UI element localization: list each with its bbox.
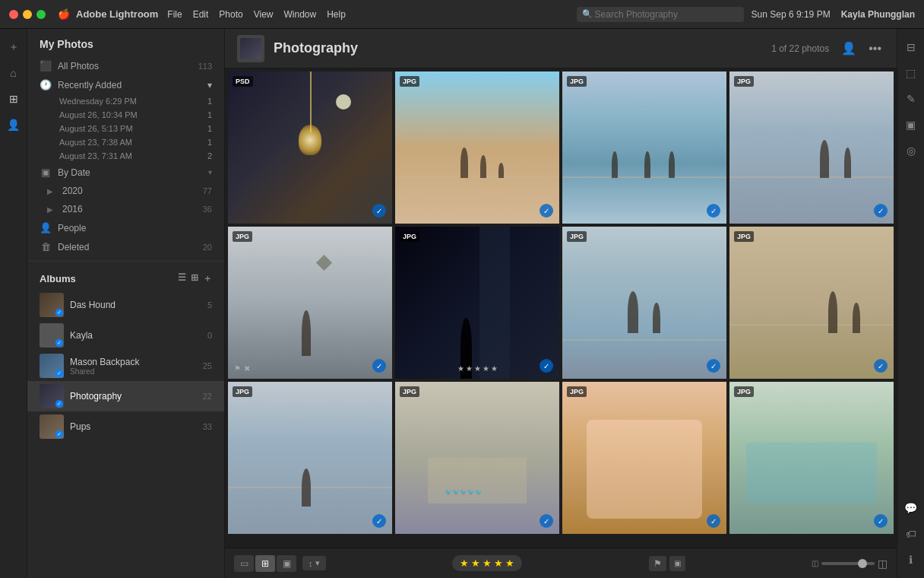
comment-icon[interactable]: 💬	[900, 497, 922, 519]
person-icon[interactable]: 👤	[3, 114, 24, 135]
album-badge: ✓	[55, 339, 63, 347]
album-badge: ✓	[55, 309, 63, 316]
more-options-button[interactable]: •••	[865, 39, 884, 59]
all-photos-count: 113	[198, 62, 212, 71]
titlebar-right: Sun Sep 6 9:19 PM Kayla Phungglan	[752, 9, 915, 20]
recent-item-0[interactable]: Wednesday 6:29 PM 1	[27, 94, 224, 108]
recent-item-4[interactable]: August 23, 7:31 AM 2	[27, 149, 224, 163]
by-date-2016[interactable]: ▶ 2016 36	[27, 200, 224, 218]
recently-added-label: Recently Added	[58, 80, 201, 91]
year-2020-count: 77	[203, 186, 212, 195]
photo-cell-9[interactable]: JPG ✓	[228, 382, 392, 534]
rating-star-3[interactable]: ★	[483, 557, 492, 569]
photo-cell-11[interactable]: JPG ✓	[562, 382, 726, 534]
fullscreen-button[interactable]	[36, 10, 46, 19]
photo-check-1: ✓	[372, 204, 386, 218]
healing-icon[interactable]: ✎	[900, 88, 922, 110]
by-date-2020[interactable]: ▶ 2020 77	[27, 182, 224, 200]
album-list-view[interactable]: ☰	[178, 272, 186, 285]
menu-file[interactable]: File	[167, 9, 182, 20]
album-pups[interactable]: ✓ Pups 33	[27, 411, 224, 442]
sidebar-item-all-photos[interactable]: ⬛ All Photos 113	[27, 56, 224, 75]
reject-icon: ✖	[244, 364, 250, 373]
view-single[interactable]: ▭	[234, 555, 254, 572]
sort-button[interactable]: ↕ ▾	[302, 556, 326, 570]
photo-content-3	[562, 71, 726, 224]
zoom-thumb	[858, 559, 867, 568]
by-date-chevron: ▾	[208, 168, 212, 176]
recent-item-2[interactable]: August 26, 5:13 PM 1	[27, 122, 224, 135]
home-icon[interactable]: ⌂	[3, 62, 24, 84]
rating-star-1[interactable]: ★	[460, 557, 469, 569]
photo-cell-1[interactable]: PSD ✓	[228, 71, 392, 224]
section-divider	[27, 261, 224, 262]
sidebar-item-people[interactable]: 👤 People	[27, 218, 224, 237]
photo-cell-4[interactable]: JPG ✓	[729, 71, 894, 224]
sidebar-item-by-date[interactable]: ▣ By Date ▾	[27, 163, 224, 182]
album-photography-name: Photography	[70, 391, 197, 402]
recent-item-0-label: Wednesday 6:29 PM	[59, 97, 137, 106]
album-grid-view[interactable]: ⊞	[191, 272, 198, 285]
info-icon[interactable]: ℹ	[900, 549, 922, 570]
content-topbar: Photography 1 of 22 photos 👤 •••	[225, 29, 897, 68]
menu-view[interactable]: View	[254, 9, 274, 20]
album-kayla[interactable]: ✓ Kayla 0	[27, 320, 224, 351]
recently-added-chevron: ▾	[207, 80, 212, 91]
view-square[interactable]: ▣	[277, 555, 296, 572]
photo-cell-7[interactable]: JPG ✓	[562, 227, 726, 379]
zoom-max-icon: ◫	[878, 557, 888, 570]
albums-title: Albums	[40, 273, 178, 284]
album-photography[interactable]: ✓ Photography 22	[27, 381, 224, 411]
menu-window[interactable]: Window	[284, 9, 317, 20]
mask-icon[interactable]: ▣	[900, 114, 922, 135]
menu-photo[interactable]: Photo	[219, 9, 242, 20]
recent-item-3-label: August 23, 7:38 AM	[59, 138, 132, 147]
photo-cell-3[interactable]: JPG ✓	[562, 71, 726, 224]
photo-badge-1: PSD	[233, 76, 253, 87]
recently-added-header[interactable]: 🕐 Recently Added ▾	[27, 75, 224, 94]
recent-item-1-count: 1	[207, 110, 212, 119]
search-input[interactable]	[577, 7, 744, 22]
redeye-icon[interactable]: ◎	[900, 140, 922, 161]
sidebar: My Photos ⬛ All Photos 113 🕐 Recently Ad…	[27, 29, 225, 578]
photo-cell-6[interactable]: JPG ✓ ★ ★ ★ ★ ★	[395, 227, 559, 379]
person-avatar-button[interactable]: 👤	[838, 38, 859, 59]
crop-icon[interactable]: ⬚	[900, 62, 922, 84]
album-das-hound[interactable]: ✓ Das Hound 5	[27, 290, 224, 320]
menu-edit[interactable]: Edit	[193, 9, 209, 20]
photo-check-3: ✓	[707, 204, 720, 218]
view-grid[interactable]: ⊞	[255, 555, 275, 572]
photo-check-12: ✓	[874, 514, 888, 528]
photo-cell-5[interactable]: JPG ✓ ⚑ ✖	[228, 227, 392, 379]
album-mason-backpack[interactable]: ✓ Mason Backpack Shared 25	[27, 351, 224, 381]
zoom-slider[interactable]	[821, 562, 875, 565]
sidebar-header: My Photos	[27, 29, 224, 56]
photo-cell-10[interactable]: 🐦🐦🐦🐦🐦 JPG ✓	[395, 382, 559, 534]
photo-cell-12[interactable]: JPG ✓	[729, 382, 894, 534]
grid-icon[interactable]: ⊞	[3, 88, 24, 110]
star-3: ★	[474, 364, 481, 373]
rating-star-4[interactable]: ★	[494, 557, 503, 569]
rating-star-5[interactable]: ★	[505, 557, 514, 569]
tag-icon[interactable]: 🏷	[900, 523, 922, 545]
reject-button[interactable]: ▣	[669, 556, 685, 571]
rating-star-2[interactable]: ★	[471, 557, 480, 569]
adjustments-icon[interactable]: ⊟	[900, 37, 922, 58]
sidebar-item-deleted[interactable]: 🗑 Deleted 20	[27, 237, 224, 256]
photo-cell-8[interactable]: JPG ✓	[729, 227, 894, 379]
photo-stars-6: ★ ★ ★ ★ ★	[457, 364, 498, 373]
close-button[interactable]	[9, 10, 18, 19]
photo-cell-2[interactable]: JPG ✓	[395, 71, 559, 224]
add-icon[interactable]: ＋	[3, 37, 24, 58]
minimize-button[interactable]	[23, 10, 32, 19]
recent-item-3[interactable]: August 23, 7:38 AM 1	[27, 135, 224, 149]
recent-item-2-count: 1	[207, 124, 212, 133]
recent-item-1[interactable]: August 26, 10:34 PM 1	[27, 108, 224, 122]
album-add[interactable]: ＋	[203, 272, 212, 285]
titlebar-time: Sun Sep 6 9:19 PM	[752, 9, 831, 20]
photo-badge-2: JPG	[400, 76, 419, 87]
photo-badge-5: JPG	[233, 231, 252, 242]
menu-help[interactable]: Help	[327, 9, 346, 20]
year-2016-label: 2016	[62, 204, 197, 214]
flag-button[interactable]: ⚑	[649, 556, 666, 571]
